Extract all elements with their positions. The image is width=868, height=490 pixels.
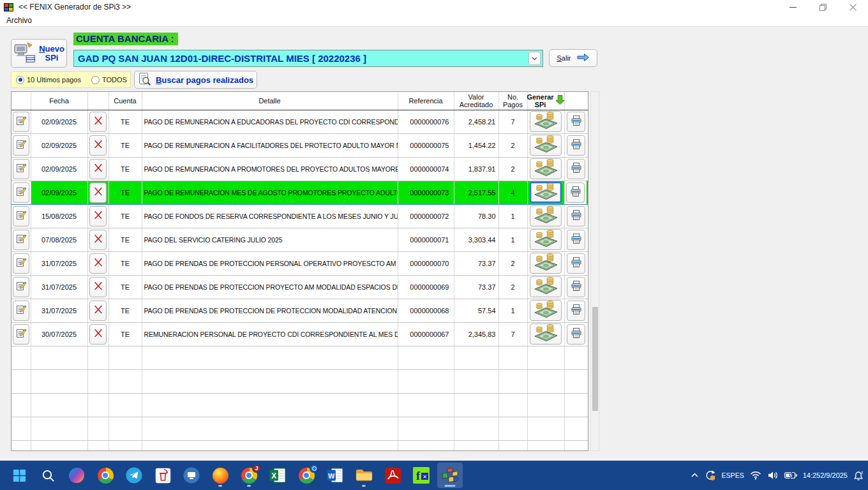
generar-spi-button[interactable] — [530, 300, 562, 321]
edit-payment-button[interactable] — [13, 324, 29, 345]
money-stack-icon — [532, 206, 559, 226]
taskbar-chrome-profile-j-icon[interactable]: J — [236, 463, 262, 488]
tray-clock[interactable]: 14:252/9/2025 — [803, 471, 848, 480]
edit-payment-button[interactable] — [13, 277, 29, 297]
referencia-cell: 0000000070 — [398, 251, 454, 275]
cuenta-bancaria-select[interactable]: GAD PQ SAN JUAN 12D01-DIREC-DISTRITAL MI… — [73, 50, 543, 67]
taskbar-excel-icon[interactable]: X — [265, 463, 290, 488]
notification-bell-icon[interactable]: z — [853, 470, 864, 481]
generar-spi-button[interactable] — [530, 182, 562, 203]
table-scrollbar[interactable] — [590, 91, 599, 451]
buscar-pagos-button[interactable]: Buscar pagos realizados — [134, 71, 257, 89]
running-indicator — [218, 485, 222, 487]
taskbar-chrome-icon[interactable] — [93, 463, 118, 488]
print-payment-button[interactable] — [567, 277, 585, 297]
radio-10-ultimos-label: 10 Ultimos pagos — [27, 76, 81, 84]
edit-payment-button[interactable] — [13, 206, 29, 226]
edit-payment-button[interactable] — [13, 112, 29, 132]
delete-payment-button[interactable] — [89, 112, 107, 132]
volume-icon[interactable] — [767, 471, 779, 480]
taskbar-file-explorer-icon[interactable] — [351, 463, 377, 488]
fecha-cell: 02/09/2025 — [31, 181, 87, 204]
generar-spi-button[interactable] — [530, 323, 562, 345]
maximize-button[interactable] — [808, 0, 838, 14]
menu-archivo[interactable]: Archivo — [0, 15, 38, 26]
taskbar-start-icon[interactable] — [6, 463, 32, 488]
generar-spi-button[interactable] — [530, 205, 562, 226]
pago-filter-panel: 10 Ultimos pagos TODOS — [11, 71, 131, 88]
salir-button[interactable]: Salir — [549, 49, 597, 67]
generar-spi-button[interactable] — [530, 253, 562, 274]
edit-payment-button[interactable] — [13, 135, 29, 156]
taskbar-firefox-icon[interactable] — [207, 463, 233, 488]
tray-language-indicator[interactable]: ESPES — [722, 471, 744, 479]
print-payment-button[interactable] — [567, 230, 585, 250]
taskbar-telegram-icon[interactable] — [121, 463, 147, 488]
delete-payment-button[interactable] — [89, 301, 107, 321]
radio-10-ultimos[interactable]: 10 Ultimos pagos — [16, 76, 81, 84]
taskbar-fenix-icon[interactable]: f✕ — [408, 463, 434, 488]
chevron-down-icon[interactable] — [528, 52, 541, 65]
taskbar-acrobat-icon[interactable] — [380, 463, 405, 488]
battery-icon[interactable] — [784, 471, 797, 479]
close-button[interactable] — [838, 0, 868, 14]
scrollbar-thumb[interactable] — [592, 307, 598, 411]
print-payment-button[interactable] — [567, 135, 585, 156]
red-x-icon — [93, 163, 103, 175]
money-stack-icon — [532, 277, 559, 297]
printer-icon — [571, 209, 582, 223]
wifi-icon[interactable] — [750, 471, 761, 480]
title-bar: << FENIX Generador de SPi3 >> — [0, 0, 868, 14]
tray-sync-icon[interactable] — [705, 470, 716, 481]
print-payment-button[interactable] — [567, 206, 585, 226]
taskbar-fenix-spi3-icon[interactable] — [437, 463, 463, 488]
generar-spi-button[interactable] — [530, 135, 562, 156]
print-payment-button[interactable] — [567, 301, 585, 321]
generar-spi-button[interactable] — [530, 111, 562, 132]
taskbar-search-icon[interactable] — [35, 463, 61, 488]
red-x-icon — [93, 210, 103, 222]
delete-payment-button[interactable] — [89, 324, 107, 345]
print-payment-button[interactable] — [566, 182, 585, 203]
generar-spi-button[interactable] — [530, 158, 562, 179]
nuevo-spi-button[interactable]: Nuevo SPi — [11, 39, 67, 68]
delete-payment-button[interactable] — [89, 277, 107, 297]
red-x-icon — [93, 304, 103, 316]
header-referencia: Referencia — [398, 92, 454, 110]
edit-payment-button[interactable] — [13, 253, 29, 274]
generar-spi-button[interactable] — [530, 276, 562, 297]
taskbar-recycle-bin-icon[interactable] — [150, 463, 176, 488]
table-row: 31/07/2025 TE PAGO DE PRENDAS DE PROTECC… — [11, 299, 588, 322]
taskbar-copilot-icon[interactable] — [64, 463, 89, 488]
delete-payment-button[interactable] — [89, 230, 107, 250]
money-stack-icon — [532, 112, 559, 132]
edit-document-icon — [15, 115, 27, 128]
print-payment-button[interactable] — [567, 324, 585, 345]
delete-payment-button[interactable] — [89, 182, 107, 203]
print-payment-button[interactable] — [567, 253, 585, 274]
svg-text:z: z — [861, 470, 863, 475]
edit-payment-button[interactable] — [13, 159, 29, 179]
generar-spi-button[interactable] — [530, 229, 562, 250]
nuevo-spi-label: Nuevo SPi — [39, 45, 64, 63]
delete-payment-button[interactable] — [89, 206, 107, 226]
edit-payment-button[interactable] — [13, 182, 29, 203]
edit-document-icon — [15, 138, 27, 152]
radio-todos[interactable]: TODOS — [91, 76, 127, 84]
main-content: Nuevo SPi CUENTA BANCARIA : GAD PQ SAN J… — [0, 27, 868, 461]
edit-payment-button[interactable] — [13, 230, 29, 250]
valor-cell: 73.37 — [454, 251, 498, 275]
delete-payment-button[interactable] — [89, 135, 107, 156]
taskbar-word-icon[interactable]: W — [322, 463, 348, 488]
delete-payment-button[interactable] — [89, 159, 107, 179]
tray-chevron-up-icon[interactable] — [691, 471, 699, 479]
taskbar-remote-desktop-icon[interactable] — [179, 463, 204, 488]
print-payment-button[interactable] — [567, 112, 585, 132]
table-row: 07/08/2025 TE PAGO DEL SERVICIO CATERING… — [11, 228, 588, 251]
minimize-button[interactable] — [778, 0, 808, 14]
delete-payment-button[interactable] — [89, 253, 107, 274]
edit-payment-button[interactable] — [13, 301, 29, 321]
print-payment-button[interactable] — [567, 159, 585, 179]
taskbar-chrome-profile-2-icon[interactable] — [294, 463, 319, 488]
table-row: 31/07/2025 TE PAGO DE PRENDAS DE PROTECC… — [11, 275, 588, 299]
